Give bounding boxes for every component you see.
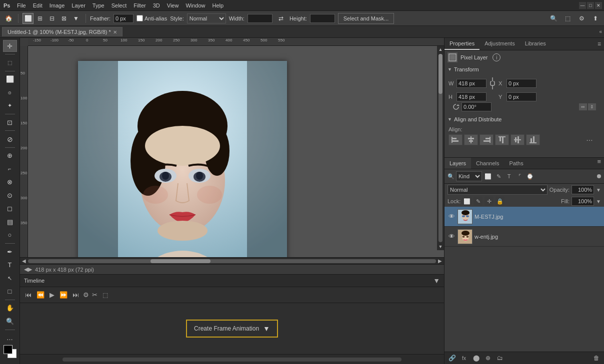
menu-view[interactable]: View	[164, 1, 182, 9]
clone-tool[interactable]: ⊗	[3, 176, 17, 188]
scroll-right-arrow[interactable]: ▶	[438, 258, 442, 264]
layer-mask-btn[interactable]: ⬤	[470, 354, 482, 363]
info-icon[interactable]: i	[492, 53, 500, 61]
scroll-left-arrow[interactable]: ◀	[22, 258, 26, 264]
timeline-collapse-btn[interactable]: ▼	[433, 277, 440, 285]
align-center-v-btn[interactable]	[510, 134, 524, 145]
fg-color-swatch[interactable]	[4, 345, 12, 354]
menu-3d[interactable]: 3D	[150, 1, 163, 9]
filter-adjustment-btn[interactable]: ✎	[494, 172, 503, 181]
move-tool[interactable]: ✛	[3, 40, 17, 52]
menu-image[interactable]: Image	[46, 1, 68, 9]
eraser-tool[interactable]: ◻	[3, 203, 17, 215]
layers-list[interactable]: 👁 M-ESTJ.jpg �	[444, 207, 604, 352]
healing-tool[interactable]: ⊕	[3, 150, 17, 162]
transform-section-header[interactable]: ▼ Transform	[444, 64, 604, 74]
height-transform-input[interactable]	[456, 92, 486, 101]
filter-type-btn[interactable]: T	[504, 172, 514, 181]
tab-paths[interactable]: Paths	[504, 158, 528, 169]
menu-edit[interactable]: Edit	[30, 1, 46, 9]
minimize-button[interactable]: —	[579, 2, 586, 9]
create-frame-animation-button[interactable]: Create Frame Animation ▼	[186, 320, 278, 338]
lasso-tool[interactable]: ⌾	[3, 86, 17, 98]
filter-kind-select[interactable]: Kind Name Effect	[456, 171, 482, 181]
filter-smart-btn[interactable]: ⌚	[526, 172, 534, 181]
align-more-btn[interactable]: …	[586, 134, 600, 145]
flip-v-icon[interactable]: ⇕	[588, 103, 596, 110]
h-scrollbar-thumb[interactable]	[150, 259, 210, 263]
lock-paint-btn[interactable]: ✎	[474, 197, 482, 206]
artboard-tool[interactable]: ⬚	[3, 56, 17, 68]
layer-delete-btn[interactable]: 🗑	[591, 354, 602, 363]
timeline-play-btn[interactable]: ▶	[48, 290, 56, 300]
tabbar-collapse[interactable]: «	[599, 29, 602, 34]
menu-file[interactable]: File	[14, 1, 29, 9]
swap-wh-icon[interactable]: ⇄	[276, 13, 286, 24]
timeline-scissors-icon[interactable]: ✂	[92, 291, 98, 299]
align-top-btn[interactable]	[495, 134, 509, 145]
timeline-last-btn[interactable]: ⏭	[72, 290, 80, 300]
history-tool[interactable]: ⊙	[3, 189, 17, 201]
export-icon[interactable]: ⬆	[590, 13, 601, 24]
layers-panel-menu[interactable]: ≡	[594, 158, 604, 169]
subtract-selection-btn[interactable]: ⊟	[46, 13, 58, 24]
new-selection-btn[interactable]: ⬜	[22, 13, 34, 24]
more-tools[interactable]: …	[3, 332, 17, 344]
tab-close[interactable]: ✕	[113, 29, 117, 35]
menu-help[interactable]: Help	[210, 1, 227, 9]
hand-tool[interactable]: ✋	[3, 302, 17, 314]
width-input[interactable]	[248, 14, 272, 23]
height-input[interactable]	[310, 14, 335, 23]
align-left-btn[interactable]	[448, 134, 462, 145]
layer-row[interactable]: 👁 w-entj.jpg	[444, 227, 604, 247]
close-button[interactable]: ✕	[595, 2, 602, 9]
opacity-dropdown[interactable]: ▼	[596, 187, 601, 193]
link-wh-icon[interactable]	[488, 76, 496, 90]
zoom-tool[interactable]: 🔍	[3, 315, 17, 327]
vertical-scrollbar[interactable]: ▲ ▼	[437, 46, 444, 250]
maximize-button[interactable]: □	[587, 2, 594, 9]
opacity-input[interactable]	[572, 185, 594, 194]
style-select[interactable]: Normal Fixed Ratio Fixed Size	[187, 13, 226, 23]
timeline-expand-icon[interactable]: ⬚	[102, 292, 108, 299]
timeline-settings-icon[interactable]: ⚙	[83, 291, 89, 299]
lock-pixels-btn[interactable]: ⬜	[462, 197, 472, 206]
layer-visibility-toggle[interactable]: 👁	[448, 233, 456, 241]
x-transform-input[interactable]	[506, 79, 536, 88]
menu-window[interactable]: Window	[182, 1, 208, 9]
layer-group-btn[interactable]: 🗂	[494, 354, 506, 363]
marquee-tool[interactable]: ⬜	[3, 73, 17, 85]
scroll-down-arrow[interactable]: ▼	[438, 243, 444, 250]
intersect-selection-btn[interactable]: ⊠	[58, 13, 70, 24]
blend-mode-select[interactable]: Normal Multiply Screen Overlay	[448, 185, 548, 195]
layer-fx-btn[interactable]: fx	[458, 354, 470, 363]
feather-input[interactable]	[114, 14, 134, 23]
tab-adjustments[interactable]: Adjustments	[480, 38, 520, 50]
pen-tool[interactable]: ✒	[3, 246, 17, 258]
flip-h-icon[interactable]: ⇔	[579, 103, 587, 110]
align-section-header[interactable]: ▼ Align and Distribute	[444, 114, 604, 124]
shape-tool[interactable]: □	[3, 285, 17, 297]
lock-position-btn[interactable]: ✛	[484, 197, 494, 206]
eyedropper-tool[interactable]: ⊘	[3, 133, 17, 145]
crop-tool[interactable]: ⊡	[3, 116, 17, 128]
menu-filter[interactable]: Filter	[130, 1, 148, 9]
layer-adjustment-btn[interactable]: ⊕	[482, 354, 494, 363]
filter-shape-btn[interactable]: ⌜	[515, 172, 524, 181]
v-scrollbar-thumb[interactable]	[438, 54, 442, 94]
home-button[interactable]: 🏠	[3, 13, 14, 24]
path-selection-tool[interactable]: ↖	[3, 272, 17, 284]
tab-channels[interactable]: Channels	[471, 158, 504, 169]
search-icon[interactable]: 🔍	[548, 13, 559, 24]
layer-row[interactable]: 👁 M-ESTJ.jpg	[444, 207, 604, 227]
quick-select-tool[interactable]: ✦	[3, 100, 17, 112]
nav-next[interactable]: ▶	[28, 266, 32, 273]
tab-libraries[interactable]: Libraries	[520, 38, 551, 50]
columns-icon[interactable]: ⬚	[562, 13, 573, 24]
align-center-h-btn[interactable]	[464, 134, 478, 145]
layer-link-btn[interactable]: 🔗	[446, 354, 458, 363]
y-transform-input[interactable]	[506, 92, 536, 101]
align-right-btn[interactable]	[480, 134, 494, 145]
type-tool[interactable]: T	[3, 259, 17, 271]
align-bottom-btn[interactable]	[526, 134, 540, 145]
